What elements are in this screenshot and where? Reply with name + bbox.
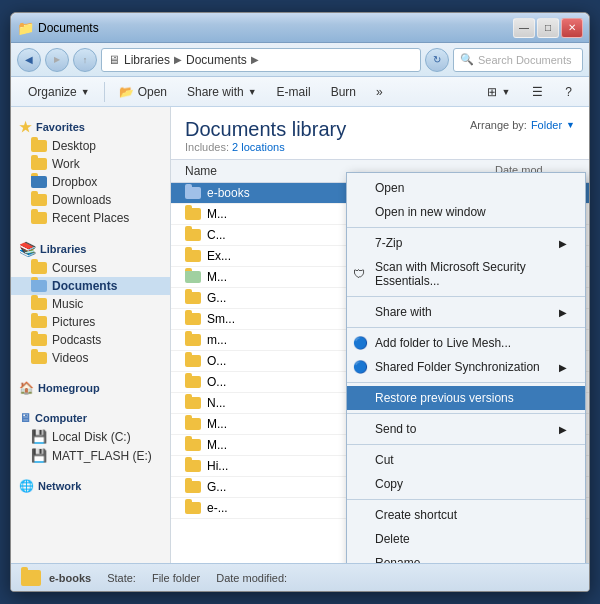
burn-button[interactable]: Burn — [322, 80, 365, 104]
ctx-item-restore[interactable]: Restore previous versions — [347, 386, 585, 410]
ctx-sep1 — [347, 227, 585, 228]
toolbar: Organize ▼ 📂 Open Share with ▼ E-mail Bu… — [11, 77, 589, 107]
ctx-item-live-mesh[interactable]: 🔵 Add folder to Live Mesh... — [347, 331, 585, 355]
sidebar-section-network: 🌐 Network — [11, 473, 170, 495]
videos-folder-icon — [31, 352, 47, 364]
sidebar-item-downloads[interactable]: Downloads — [11, 191, 170, 209]
up-button[interactable]: ↑ — [73, 48, 97, 72]
libraries-icon: 📚 — [19, 241, 36, 257]
ctx-item-scan[interactable]: 🛡 Scan with Microsoft Security Essential… — [347, 255, 585, 293]
sidebar-item-pictures[interactable]: Pictures — [11, 313, 170, 331]
pictures-folder-icon — [31, 316, 47, 328]
ctx-item-create-shortcut[interactable]: Create shortcut — [347, 503, 585, 527]
file5-folder-icon — [185, 271, 201, 283]
sidebar-recent-label: Recent Places — [52, 211, 129, 225]
sidebar-downloads-label: Downloads — [52, 193, 111, 207]
sidebar-pictures-label: Pictures — [52, 315, 95, 329]
arrange-by[interactable]: Arrange by: Folder ▼ — [470, 119, 575, 131]
downloads-folder-icon — [31, 194, 47, 206]
sidebar: ★ Favorites Desktop Work Dropbox Downloa… — [11, 107, 171, 563]
sidebar-item-matt-flash[interactable]: 💾 MATT_FLASH (E:) — [11, 446, 170, 465]
forward-button[interactable]: ▶ — [45, 48, 69, 72]
status-item-name: e-books — [49, 572, 91, 584]
arrange-value: Folder — [531, 119, 562, 131]
file4-folder-icon — [185, 250, 201, 262]
file15-folder-icon — [185, 481, 201, 493]
sidebar-item-dropbox[interactable]: Dropbox — [11, 173, 170, 191]
status-bar: e-books State: File folder Date modified… — [11, 563, 589, 591]
local-disk-icon: 💾 — [31, 429, 47, 444]
email-button[interactable]: E-mail — [268, 80, 320, 104]
organize-button[interactable]: Organize ▼ — [19, 80, 99, 104]
content-pane: Documents library Includes: 2 locations … — [171, 107, 589, 563]
ctx-open-label: Open — [375, 181, 404, 195]
ctx-item-copy[interactable]: Copy — [347, 472, 585, 496]
sidebar-item-desktop[interactable]: Desktop — [11, 137, 170, 155]
ctx-item-open[interactable]: Open — [347, 176, 585, 200]
maximize-button[interactable]: □ — [537, 18, 559, 38]
sidebar-item-local-disk[interactable]: 💾 Local Disk (C:) — [11, 427, 170, 446]
window-icon: 📁 — [17, 20, 34, 36]
libraries-label: Libraries — [40, 243, 86, 255]
ctx-copy-label: Copy — [375, 477, 403, 491]
sidebar-item-work[interactable]: Work — [11, 155, 170, 173]
favorites-label: Favorites — [36, 121, 85, 133]
sidebar-item-videos[interactable]: Videos — [11, 349, 170, 367]
ctx-item-share-with[interactable]: Share with ▶ — [347, 300, 585, 324]
ctx-7zip-label: 7-Zip — [375, 236, 402, 250]
ctx-item-rename[interactable]: Rename — [347, 551, 585, 563]
arrange-label: Arrange by: — [470, 119, 527, 131]
ctx-share-with-arrow: ▶ — [559, 307, 567, 318]
sidebar-work-label: Work — [52, 157, 80, 171]
search-box[interactable]: 🔍 Search Documents — [453, 48, 583, 72]
share-with-button[interactable]: Share with ▼ — [178, 80, 266, 104]
locations-link[interactable]: 2 locations — [232, 141, 285, 153]
ctx-item-delete[interactable]: Delete — [347, 527, 585, 551]
open-icon: 📂 — [119, 85, 134, 99]
ctx-live-mesh-label: Add folder to Live Mesh... — [375, 336, 511, 350]
ctx-item-7zip[interactable]: 7-Zip ▶ — [347, 231, 585, 255]
breadcrumb[interactable]: 🖥 Libraries ▶ Documents ▶ — [101, 48, 421, 72]
sidebar-item-courses[interactable]: Courses — [11, 259, 170, 277]
help-button[interactable]: ? — [556, 80, 581, 104]
ctx-sep7 — [347, 499, 585, 500]
organize-label: Organize — [28, 85, 77, 99]
ctx-sep6 — [347, 444, 585, 445]
ctx-item-shared-sync[interactable]: 🔵 Shared Folder Synchronization ▶ — [347, 355, 585, 379]
title-bar-left: 📁 Documents — [17, 20, 99, 36]
sidebar-local-disk-label: Local Disk (C:) — [52, 430, 131, 444]
breadcrumb-libraries[interactable]: Libraries — [124, 53, 170, 67]
network-label: Network — [38, 480, 81, 492]
music-folder-icon — [31, 298, 47, 310]
sidebar-item-podcasts[interactable]: Podcasts — [11, 331, 170, 349]
ctx-item-send-to[interactable]: Send to ▶ — [347, 417, 585, 441]
sidebar-item-music[interactable]: Music — [11, 295, 170, 313]
breadcrumb-documents[interactable]: Documents — [186, 53, 247, 67]
sidebar-videos-label: Videos — [52, 351, 88, 365]
view-button[interactable]: ⊞ ▼ — [478, 80, 519, 104]
close-button[interactable]: ✕ — [561, 18, 583, 38]
file14-folder-icon — [185, 460, 201, 472]
ctx-item-open-new-window[interactable]: Open in new window — [347, 200, 585, 224]
sidebar-podcasts-label: Podcasts — [52, 333, 101, 347]
dropbox-folder-icon — [31, 176, 47, 188]
ctx-rename-label: Rename — [375, 556, 420, 563]
sidebar-item-recent-places[interactable]: Recent Places — [11, 209, 170, 227]
share-arrow: ▼ — [248, 87, 257, 97]
minimize-button[interactable]: — — [513, 18, 535, 38]
search-placeholder: Search Documents — [478, 54, 572, 66]
ctx-item-cut[interactable]: Cut — [347, 448, 585, 472]
ctx-sep2 — [347, 296, 585, 297]
details-view-button[interactable]: ☰ — [523, 80, 552, 104]
podcasts-folder-icon — [31, 334, 47, 346]
refresh-button[interactable]: ↻ — [425, 48, 449, 72]
view-icon: ⊞ — [487, 85, 497, 99]
open-button[interactable]: 📂 Open — [110, 80, 176, 104]
arrange-arrow: ▼ — [566, 120, 575, 130]
ctx-sep4 — [347, 382, 585, 383]
breadcrumb-sep2: ▶ — [251, 54, 259, 65]
ctx-live-mesh-icon: 🔵 — [353, 336, 368, 350]
more-button[interactable]: » — [367, 80, 392, 104]
back-button[interactable]: ◀ — [17, 48, 41, 72]
sidebar-item-documents[interactable]: Documents — [11, 277, 170, 295]
